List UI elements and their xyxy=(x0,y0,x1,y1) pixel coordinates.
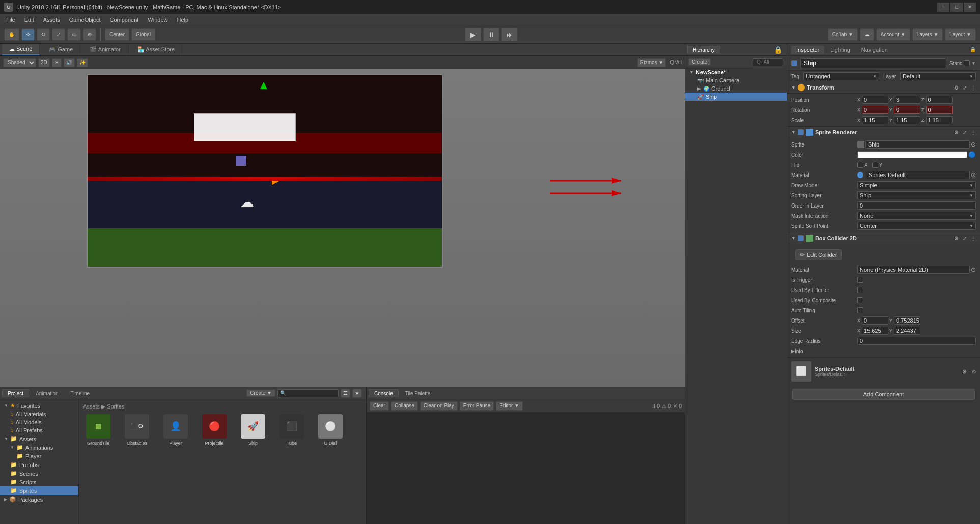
edge-radius-input[interactable]: 0 xyxy=(857,337,976,345)
tab-tile-palette[interactable]: Tile Palette xyxy=(400,389,436,397)
tab-asset-store[interactable]: 🏪 Asset Store xyxy=(130,44,182,55)
menu-window[interactable]: Window xyxy=(144,16,172,24)
account-button[interactable]: Account ▼ xyxy=(876,28,910,41)
collider-expand-icon2[interactable]: ⤢ xyxy=(963,236,967,241)
asset-uidial[interactable]: ⚪ UIDial xyxy=(315,414,346,446)
menu-edit[interactable]: Edit xyxy=(20,16,38,24)
transform-overflow-icon[interactable]: ⋮ xyxy=(971,85,976,91)
position-y[interactable]: 3 xyxy=(894,96,920,104)
editor-button[interactable]: Editor ▼ xyxy=(496,401,523,411)
hier-item-ground[interactable]: ▶ 🌍 Ground xyxy=(685,84,787,93)
maximize-button[interactable]: □ xyxy=(950,3,963,12)
menu-component[interactable]: Component xyxy=(105,16,143,24)
transform-expand-icon2[interactable]: ⤢ xyxy=(963,85,967,91)
obj-enabled-checkbox[interactable] xyxy=(791,60,797,66)
menu-assets[interactable]: Assets xyxy=(39,16,64,24)
add-component-button[interactable]: Add Component xyxy=(792,389,975,400)
flip-y-checkbox[interactable] xyxy=(872,162,878,168)
color-eyedropper-icon[interactable]: 🔵 xyxy=(968,151,976,158)
layers-button[interactable]: Layers ▼ xyxy=(912,28,943,41)
scale-z[interactable]: 1.15 xyxy=(926,116,953,124)
sr-overflow-icon[interactable]: ⋮ xyxy=(971,130,976,135)
sprite-renderer-enabled[interactable] xyxy=(798,129,804,135)
minimize-button[interactable]: − xyxy=(937,3,949,12)
tree-prefabs[interactable]: 📁 Prefabs xyxy=(0,460,78,469)
asset-player[interactable]: 👤 Player xyxy=(160,414,191,446)
sprite-target-icon[interactable]: ⊙ xyxy=(971,141,976,148)
clear-button[interactable]: Clear xyxy=(370,401,389,411)
audio-toggle[interactable]: 🔊 xyxy=(64,58,75,67)
hier-item-newscene[interactable]: ▼ NewScene* xyxy=(685,68,787,76)
tool-scale[interactable]: ⤢ xyxy=(52,28,65,41)
tag-dropdown[interactable]: Untagged xyxy=(803,72,879,80)
error-pause-button[interactable]: Error Pause xyxy=(460,401,494,411)
collider-gear-icon[interactable]: ⚙ xyxy=(954,236,959,241)
transform-menu-icon[interactable]: ⚙ xyxy=(954,85,959,91)
static-checkbox[interactable] xyxy=(964,60,970,66)
tab-navigation[interactable]: Navigation xyxy=(856,46,893,54)
tab-timeline[interactable]: Timeline xyxy=(65,389,95,397)
menu-gameobject[interactable]: GameObject xyxy=(65,16,105,24)
tab-hierarchy[interactable]: Hierarchy xyxy=(687,46,720,54)
size-x[interactable]: 15.625 xyxy=(862,327,888,335)
tool-hand[interactable]: ✋ xyxy=(4,28,19,41)
transform-header[interactable]: ▼ Transform ⚙ ⤢ ⋮ xyxy=(787,82,980,94)
collapse-button[interactable]: Collapse xyxy=(391,401,418,411)
order-layer-input[interactable]: 0 xyxy=(857,201,976,210)
used-by-composite-checkbox[interactable] xyxy=(857,297,863,303)
collider-overflow-icon[interactable]: ⋮ xyxy=(971,236,976,241)
sprite-input[interactable]: Ship xyxy=(865,140,970,149)
offset-y[interactable]: 0.752815 xyxy=(894,316,920,325)
hierarchy-lock[interactable]: 🔒 xyxy=(774,46,782,54)
mask-interaction-dropdown[interactable]: None xyxy=(857,212,976,220)
project-search-input[interactable] xyxy=(277,389,339,397)
hier-item-ship[interactable]: 🚀 Ship xyxy=(685,93,787,101)
2d-toggle[interactable]: 2D xyxy=(38,58,50,67)
position-z[interactable]: 0 xyxy=(926,96,953,104)
position-x[interactable]: 0 xyxy=(862,96,888,104)
center-button[interactable]: Center xyxy=(105,28,129,41)
collab-button[interactable]: Collab ▼ xyxy=(828,28,858,41)
tab-console[interactable]: Console xyxy=(369,389,399,397)
tab-project[interactable]: Project xyxy=(2,389,29,397)
project-filter-btn[interactable]: ☰ xyxy=(341,389,350,398)
gizmos-btn[interactable]: Gizmos ▼ xyxy=(637,58,666,67)
tool-rect[interactable]: ▭ xyxy=(67,28,81,41)
auto-tiling-checkbox[interactable] xyxy=(857,307,863,313)
collider-material-target-icon[interactable]: ⊙ xyxy=(971,266,976,273)
asset-ship[interactable]: 🚀 Ship xyxy=(238,414,268,446)
inspector-lock-icon[interactable]: 🔒 xyxy=(970,47,976,52)
rotation-z[interactable]: 0 xyxy=(926,106,953,114)
tab-game[interactable]: 🎮 Game xyxy=(42,44,80,55)
shader-target-icon[interactable]: ⊙ xyxy=(972,369,976,374)
sr-expand-icon[interactable]: ⤢ xyxy=(963,130,967,135)
menu-help[interactable]: Help xyxy=(173,16,192,24)
layout-button[interactable]: Layout ▼ xyxy=(945,28,976,41)
tree-all-models[interactable]: ○ All Models xyxy=(0,418,78,426)
sprite-sort-point-dropdown[interactable]: Center xyxy=(857,222,976,230)
global-button[interactable]: Global xyxy=(131,28,155,41)
tab-animation[interactable]: Animation xyxy=(30,389,64,397)
material-target-icon[interactable]: ⊙ xyxy=(971,171,976,179)
tool-rotate[interactable]: ↻ xyxy=(37,28,50,41)
tree-player-anim[interactable]: 📁 Player xyxy=(0,452,78,460)
sprite-renderer-header[interactable]: ▼ Sprite Renderer ⚙ ⤢ ⋮ xyxy=(787,127,980,138)
obj-name-input[interactable] xyxy=(800,58,946,68)
close-button[interactable]: ✕ xyxy=(964,3,976,12)
tree-assets[interactable]: ▼ 📁 Assets xyxy=(0,434,78,443)
collider-enabled[interactable] xyxy=(798,235,804,241)
project-star-btn[interactable]: ★ xyxy=(352,389,362,398)
shader-gear-icon[interactable]: ⚙ xyxy=(962,369,967,374)
hier-search-input[interactable] xyxy=(753,58,783,66)
pause-button[interactable]: ⏸ xyxy=(483,28,499,41)
sorting-layer-dropdown[interactable]: Ship xyxy=(857,191,976,199)
offset-x[interactable]: 0 xyxy=(862,316,888,325)
sr-gear-icon[interactable]: ⚙ xyxy=(954,130,959,135)
tree-all-materials[interactable]: ○ All Materials xyxy=(0,410,78,418)
draw-mode-dropdown[interactable]: Simple xyxy=(857,181,976,189)
lighting-toggle[interactable]: ☀ xyxy=(52,58,62,67)
cloud-button[interactable]: ☁ xyxy=(860,28,874,41)
collider-material-input[interactable]: None (Physics Material 2D) xyxy=(857,266,970,274)
edit-collider-button[interactable]: ✏ Edit Collider xyxy=(795,249,842,260)
color-swatch[interactable] xyxy=(857,151,967,158)
